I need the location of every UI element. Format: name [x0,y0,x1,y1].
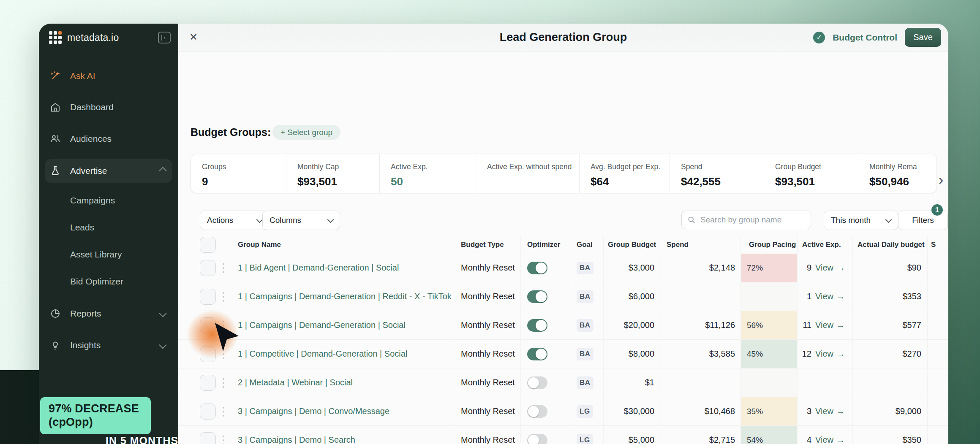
optimizer-toggle[interactable] [527,434,547,444]
drag-handle-icon[interactable] [223,406,224,417]
table-row: 3 | Campaigns | Demo | Search Monthly Re… [178,426,948,444]
stat-cell: Avg. Budget per Exp. $64 [579,154,670,193]
pie-chart-icon [50,308,61,319]
goal-badge: LG [577,434,593,444]
view-link[interactable]: View→ [815,292,845,301]
drag-handle-icon[interactable] [223,262,224,274]
select-group-button[interactable]: + Select group [272,125,340,140]
budget-control-link[interactable]: Budget Control [833,32,897,43]
sidebar-item-ask-ai[interactable]: Ask AI [45,66,172,86]
spend-cell: $2,148 [661,254,740,282]
budget-type-cell: Monthly Reset [455,426,520,444]
spend-cell: $10,468 [661,397,740,425]
row-checkbox[interactable] [200,289,216,305]
sidebar-item-dashboard[interactable]: Dashboard [45,97,172,117]
filters-count-badge: 1 [931,204,943,216]
truncated-cell [927,311,948,339]
group-name-link[interactable]: 1 | Campaigns | Demand-Generation | Redd… [238,292,452,301]
row-checkbox[interactable] [200,346,216,362]
row-checkbox[interactable] [200,317,216,333]
group-budget-cell: $20,000 [603,311,661,339]
search-input[interactable] [700,215,805,225]
group-pacing-cell [740,282,797,311]
chevron-down-icon [256,216,263,223]
metadata-logo-icon [49,31,62,44]
optimizer-toggle[interactable] [527,376,547,389]
save-button[interactable]: Save [905,28,941,47]
spend-cell [661,368,740,397]
col-group-name: Group Name [238,236,455,254]
sidebar-item-label: Bid Optimizer [70,276,123,287]
table-row: 1 | Campaigns | Demand-Generation | Redd… [178,282,948,311]
view-label: View [815,292,833,301]
goal-badge: BA [577,376,593,389]
optimizer-toggle[interactable] [527,405,547,418]
arrow-right-icon: → [836,435,845,444]
page: metadata.io › Ask AI Dashboard Audie [0,0,980,444]
drag-handle-icon[interactable] [223,291,224,303]
col-budget-type: Budget Type [455,236,520,254]
app-window: metadata.io › Ask AI Dashboard Audie [39,24,948,444]
drag-handle-icon[interactable] [223,348,224,360]
actions-dropdown[interactable]: Actions [200,211,269,230]
goal-badge: BA [577,262,593,274]
optimizer-toggle[interactable] [527,290,547,303]
view-link[interactable]: View→ [815,263,845,273]
daily-budget-cell: $350 [852,426,927,444]
sidebar-item-asset-library[interactable]: Asset Library [45,244,172,265]
sidebar-item-label: Reports [70,309,101,319]
stat-value: 9 [202,175,282,188]
stat-label: Monthly Rema [869,162,931,171]
budget-type-cell: Monthly Reset [455,340,520,368]
drag-handle-icon[interactable] [223,319,224,331]
group-budget-cell: $3,000 [603,254,661,282]
sidebar-item-label: Audiences [70,134,112,144]
drag-handle-icon[interactable] [223,377,224,389]
view-link[interactable]: View→ [815,406,845,416]
period-dropdown[interactable]: This month [824,211,898,230]
optimizer-toggle[interactable] [527,319,547,332]
sidebar-item-bid-optimizer[interactable]: Bid Optimizer [45,271,172,292]
arrow-right-icon: → [836,349,845,359]
group-name-link[interactable]: 3 | Campaigns | Demo | Search [238,435,355,444]
stats-next-arrow[interactable]: › [939,172,944,187]
stat-label: Group Budget [775,162,854,171]
group-name-link[interactable]: 1 | Competitive | Demand-Generation | So… [238,349,407,359]
promo-badge: 97% DECREASE (cpOpp) [40,397,151,434]
row-checkbox[interactable] [200,432,216,444]
optimizer-toggle[interactable] [527,348,547,360]
spend-cell: $3,585 [661,340,740,368]
select-all-checkbox[interactable] [200,237,216,253]
sidebar-item-campaigns[interactable]: Campaigns [45,190,172,211]
group-budget-cell: $8,000 [603,340,661,368]
sidebar-item-insights[interactable]: Insights [45,335,172,355]
view-link[interactable]: View→ [815,320,845,330]
row-checkbox[interactable] [200,260,216,276]
columns-dropdown[interactable]: Columns [262,211,340,230]
drag-handle-icon[interactable] [223,434,224,444]
logo-text: metadata.io [67,32,119,43]
sidebar-item-label: Insights [70,340,101,350]
chevron-down-icon [159,341,166,349]
col-actual-daily-budget: Actual Daily budget [852,236,927,254]
optimizer-toggle[interactable] [527,262,547,274]
group-name-link[interactable]: 1 | Campaigns | Demand-Generation | Soci… [238,320,406,330]
stat-label: Active Exp. [391,162,471,171]
chevron-down-icon [159,309,166,317]
sidebar-item-advertise[interactable]: Advertise [45,159,172,183]
active-exp-count: 11 [803,320,811,330]
arrow-right-icon: → [836,263,845,273]
group-name-link[interactable]: 2 | Metadata | Webinar | Social [238,378,353,387]
sidebar-item-reports[interactable]: Reports [45,303,172,324]
row-checkbox[interactable] [200,375,216,391]
row-checkbox[interactable] [200,403,216,420]
sidebar-collapse-icon[interactable]: › [158,32,171,43]
stat-value: 50 [391,175,471,188]
view-link[interactable]: View→ [815,435,845,444]
spend-cell: $2,715 [661,426,740,444]
group-name-link[interactable]: 1 | Bid Agent | Demand-Generation | Soci… [238,263,399,273]
group-name-link[interactable]: 3 | Campaigns | Demo | Convo/Message [238,406,389,416]
sidebar-item-audiences[interactable]: Audiences [45,129,172,149]
view-link[interactable]: View→ [815,349,845,359]
sidebar-item-leads[interactable]: Leads [45,217,172,238]
